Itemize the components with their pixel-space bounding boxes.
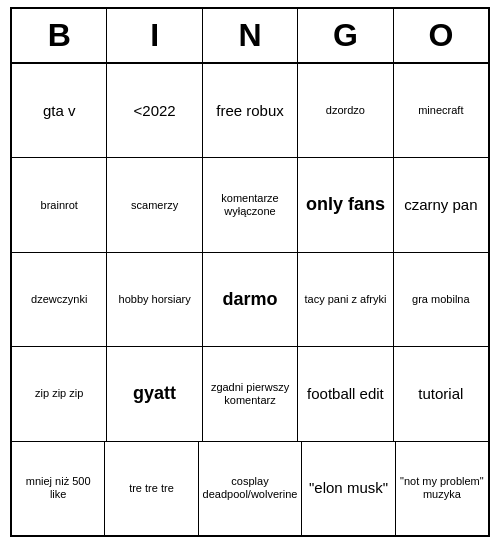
cell-5-4[interactable]: "elon musk"	[302, 442, 395, 535]
header-o: O	[394, 9, 488, 62]
bingo-row-3: dzewczynki hobby horsiary darmo tacy pan…	[12, 253, 488, 347]
cell-2-2[interactable]: scamerzy	[107, 158, 202, 251]
cell-1-2[interactable]: <2022	[107, 64, 202, 157]
header-b: B	[12, 9, 107, 62]
bingo-grid: gta v <2022 free robux dzordzo minecraft…	[12, 64, 488, 535]
cell-1-5[interactable]: minecraft	[394, 64, 488, 157]
header-i: I	[107, 9, 202, 62]
cell-5-2[interactable]: tre tre tre	[105, 442, 198, 535]
cell-1-3[interactable]: free robux	[203, 64, 298, 157]
cell-3-3[interactable]: darmo	[203, 253, 298, 346]
cell-1-4[interactable]: dzordzo	[298, 64, 393, 157]
cell-2-4[interactable]: only fans	[298, 158, 393, 251]
bingo-row-1: gta v <2022 free robux dzordzo minecraft	[12, 64, 488, 158]
cell-2-5[interactable]: czarny pan	[394, 158, 488, 251]
bingo-board: B I N G O gta v <2022 free robux dzordzo…	[10, 7, 490, 537]
cell-2-3[interactable]: komentarze wyłączone	[203, 158, 298, 251]
cell-3-1[interactable]: dzewczynki	[12, 253, 107, 346]
bingo-header: B I N G O	[12, 9, 488, 64]
cell-5-5[interactable]: "not my problem" muzyka	[396, 442, 488, 535]
cell-5-3[interactable]: cosplay deadpool/wolverine	[199, 442, 303, 535]
cell-3-4[interactable]: tacy pani z afryki	[298, 253, 393, 346]
header-n: N	[203, 9, 298, 62]
cell-2-1[interactable]: brainrot	[12, 158, 107, 251]
header-g: G	[298, 9, 393, 62]
cell-4-3[interactable]: zgadni pierwszy komentarz	[203, 347, 298, 440]
bingo-row-5: mniej niż 500 like tre tre tre cosplay d…	[12, 442, 488, 535]
cell-3-2[interactable]: hobby horsiary	[107, 253, 202, 346]
cell-4-4[interactable]: football edit	[298, 347, 393, 440]
cell-4-1[interactable]: zip zip zip	[12, 347, 107, 440]
cell-3-5[interactable]: gra mobilna	[394, 253, 488, 346]
cell-1-1[interactable]: gta v	[12, 64, 107, 157]
bingo-row-4: zip zip zip gyatt zgadni pierwszy koment…	[12, 347, 488, 441]
bingo-row-2: brainrot scamerzy komentarze wyłączone o…	[12, 158, 488, 252]
cell-4-2[interactable]: gyatt	[107, 347, 202, 440]
cell-5-1[interactable]: mniej niż 500 like	[12, 442, 105, 535]
cell-4-5[interactable]: tutorial	[394, 347, 488, 440]
